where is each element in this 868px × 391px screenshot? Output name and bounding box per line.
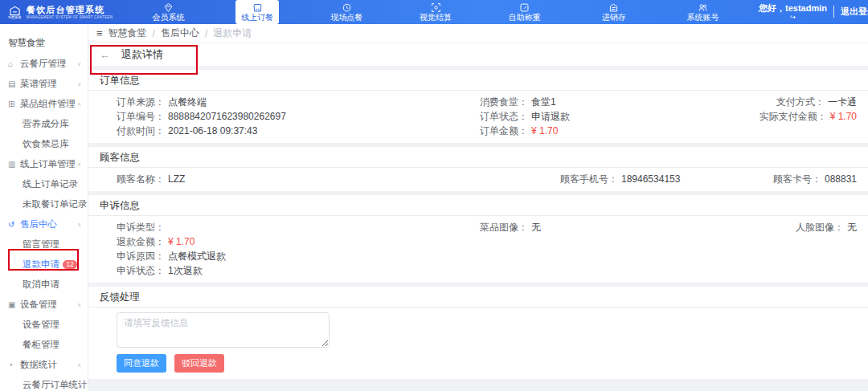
feedback-actions: 同意退款 驳回退款 (117, 354, 855, 373)
face-image-field: 人脸图像：无 (796, 220, 857, 234)
sidebar-item-cabinet-mgmt[interactable]: 餐柜管理 (0, 335, 88, 355)
payment-method-field: 支付方式：一卡通 (760, 95, 857, 109)
appeal-reason-field: 申诉原因：点餐模式退款 (117, 249, 855, 263)
appeal-info-card: 申诉信息 申诉类型： 退款金额：¥ 1.70 申诉原因：点餐模式退款 申诉状态：… (88, 195, 868, 283)
chevron-up-icon: ∧ (77, 161, 81, 168)
customer-phone-field: 顾客手机号：18946534153 (560, 172, 680, 186)
member-system-icon (163, 2, 174, 13)
reject-refund-button[interactable]: 驳回退款 (174, 354, 224, 373)
nav-onsite-ordering[interactable]: 现场点餐 (325, 0, 368, 24)
back-arrow-icon[interactable]: ← (100, 49, 110, 61)
sidebar-item-unclaimed-order-records[interactable]: 未取餐订单记录 (0, 194, 88, 214)
nav-self-weighing[interactable]: 自助称重 (503, 0, 547, 24)
chevron-down-icon: ∨ (77, 81, 81, 88)
topbar-user-area: 您好，testadmin ↪ 退出登录 (759, 3, 868, 21)
refund-amount-value: ¥ 1.70 (168, 236, 194, 247)
breadcrumb-item[interactable]: 售后中心 (161, 26, 199, 40)
order-info-body: 订单来源：点餐终端 订单编号：8888842071623980262697 付款… (88, 91, 868, 143)
greeting-icon: ↪ (790, 14, 796, 21)
sidebar-item-refund-request[interactable]: 退款申请 12 (0, 255, 88, 275)
sidebar-item-component-mgmt[interactable]: ⊞ 菜品组件管理 ∧ (0, 94, 88, 114)
canteen-field: 消费食堂：食堂1 (480, 95, 570, 109)
app-title: 餐饮后台管理系统 (27, 5, 113, 14)
sidebar-item-cancel-request[interactable]: 取消申请 (0, 275, 88, 295)
chevron-up-icon: ∧ (77, 362, 81, 369)
nav-inventory[interactable]: 进销存 (592, 0, 636, 24)
sidebar-item-cloud-restaurant[interactable]: ⌂ 云餐厅管理 ∨ (0, 54, 88, 74)
customer-name-field: 顾客名称：LZZ (117, 172, 855, 186)
appeal-info-title: 申诉信息 (88, 195, 868, 216)
logo-badge-text: 智慧食堂 (8, 16, 22, 19)
approve-refund-button[interactable]: 同意退款 (117, 354, 166, 373)
topbar: 智慧食堂 餐饮后台管理系统 MANAGEMENT SYSTEM OF SMART… (0, 0, 868, 24)
logo-icon: 智慧食堂 (8, 6, 22, 19)
breadcrumb-item-current: 退款申请 (213, 26, 252, 40)
data-statistics-icon: ◔ (8, 360, 20, 369)
nav-label: 进销存 (602, 14, 626, 22)
inventory-icon (608, 2, 619, 13)
order-amount-field: 订单金额：¥ 1.70 (480, 124, 570, 138)
greeting-text: 您好，testadmin (759, 3, 827, 14)
feedback-textarea[interactable] (117, 312, 330, 348)
after-sales-icon: ↺ (8, 220, 20, 229)
customer-info-body: 顾客名称：LZZ 顾客手机号：18946534153 顾客卡号：088831 (88, 168, 868, 191)
cloud-restaurant-icon: ⌂ (8, 59, 20, 68)
onsite-ordering-icon (342, 2, 352, 13)
breadcrumb: ≡ 智慧食堂 / 售后中心 / 退款申请 (88, 24, 868, 43)
visual-checkout-icon (431, 2, 441, 13)
self-weighing-icon (519, 2, 530, 13)
order-info-title: 订单信息 (88, 70, 868, 91)
app-logo: 智慧食堂 餐饮后台管理系统 MANAGEMENT SYSTEM OF SMART… (0, 5, 119, 19)
sidebar-item-device-mgmt-group[interactable]: ▣ 设备管理 ∧ (0, 295, 88, 315)
refund-amount-field: 退款金额：¥ 1.70 (117, 234, 855, 249)
appeal-info-body: 申诉类型： 退款金额：¥ 1.70 申诉原因：点餐模式退款 申诉状态：1次退款 … (88, 216, 868, 283)
system-account-icon (698, 2, 708, 13)
appeal-status-field: 申诉状态：1次退款 (117, 263, 855, 278)
customer-card-field: 顾客卡号：088831 (773, 172, 857, 186)
logout-button[interactable]: 退出登录 (841, 6, 868, 18)
sidebar-item-message-mgmt[interactable]: 留言管理 (0, 234, 88, 255)
sidebar-item-after-sales-center[interactable]: ↺ 售后中心 ∧ (0, 214, 88, 234)
nav-label: 会员系统 (152, 14, 184, 22)
sidebar-item-menu-mgmt[interactable]: ▤ 菜谱管理 ∨ (0, 74, 88, 94)
app-subtitle: MANAGEMENT SYSTEM OF SMART CANTEEN (27, 15, 113, 19)
sidebar: 智慧食堂 ⌂ 云餐厅管理 ∨ ▤ 菜谱管理 ∨ ⊞ 菜品组件管理 ∧ 营养成分库… (0, 24, 88, 391)
order-info-card: 订单信息 订单来源：点餐终端 订单编号：88888420716239802626… (88, 70, 868, 143)
paid-amount-field: 实际支付金额：¥ 1.70 (760, 109, 857, 124)
online-ordering-icon (252, 2, 263, 13)
chevron-up-icon: ∧ (77, 222, 81, 228)
chevron-up-icon: ∧ (77, 101, 81, 108)
breadcrumb-separator: / (205, 28, 207, 39)
component-mgmt-icon: ⊞ (8, 100, 20, 108)
breadcrumb-separator: / (153, 28, 155, 39)
sidebar-item-online-order-records[interactable]: 线上订单记录 (0, 174, 88, 194)
sidebar-item-nutrition-library[interactable]: 营养成分库 (0, 114, 88, 134)
user-greeting: 您好，testadmin ↪ (759, 3, 827, 21)
feedback-card: 反馈处理 同意退款 驳回退款 (88, 287, 868, 379)
menu-toggle-icon[interactable]: ≡ (96, 27, 103, 39)
sidebar-title: 智慧食堂 (0, 24, 88, 54)
breadcrumb-item[interactable]: 智慧食堂 (108, 26, 147, 40)
sidebar-item-online-order-mgmt[interactable]: ▥ 线上订单管理 ∧ (0, 154, 88, 174)
nav-system-account[interactable]: 系统账号 (682, 0, 725, 24)
sidebar-item-diet-taboo-library[interactable]: 饮食禁忌库 (0, 134, 88, 154)
customer-info-card: 顾客信息 顾客名称：LZZ 顾客手机号：18946534153 顾客卡号：088… (88, 147, 868, 191)
nav-label: 系统账号 (687, 14, 719, 22)
sidebar-item-cloud-order-stats[interactable]: 云餐厅订单统计 (0, 375, 88, 391)
nav-member-system[interactable]: 会员系统 (146, 0, 190, 24)
chevron-down-icon: ∨ (77, 61, 81, 67)
customer-info-title: 顾客信息 (88, 147, 868, 168)
sidebar-item-device-mgmt[interactable]: 设备管理 (0, 315, 88, 335)
online-order-mgmt-icon: ▥ (8, 160, 20, 169)
sidebar-item-data-statistics[interactable]: ◔ 数据统计 ∧ (0, 355, 88, 375)
page-header: ← 退款详情 (88, 43, 868, 66)
page-title: 退款详情 (121, 47, 163, 62)
nav-label: 线上订餐 (241, 14, 273, 22)
main-content: ≡ 智慧食堂 / 售后中心 / 退款申请 ← 退款详情 订单信息 订单来源：点餐… (88, 24, 868, 391)
top-navigation: 会员系统 线上订餐 现场点餐 视觉结算 自助称重 进销存 系统账号 (124, 0, 747, 24)
nav-visual-checkout[interactable]: 视觉结算 (414, 0, 457, 24)
menu-mgmt-icon: ▤ (8, 79, 20, 88)
chevron-up-icon: ∧ (77, 302, 81, 308)
device-mgmt-icon: ▣ (8, 300, 20, 309)
nav-online-ordering[interactable]: 线上订餐 (235, 0, 279, 24)
